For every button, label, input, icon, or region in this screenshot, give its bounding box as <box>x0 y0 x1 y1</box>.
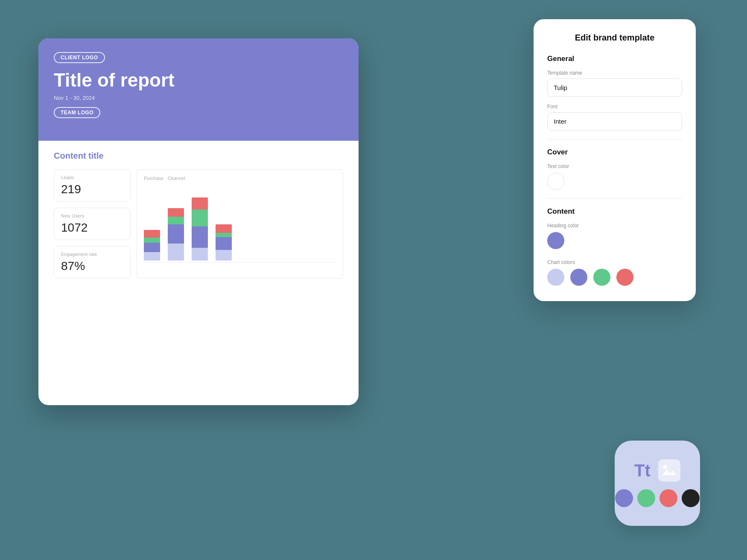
divider-2 <box>547 198 682 199</box>
metric-card-engagement: Engagament rate 87% <box>54 246 131 279</box>
brand-dot-red <box>659 489 677 507</box>
cover-text-color-label: Text color <box>547 163 682 169</box>
chart-color-1[interactable] <box>547 269 564 286</box>
report-date: Nov 1 - 30, 2024 <box>54 95 343 101</box>
bar-group-4 <box>216 224 232 261</box>
metric-card-leads: Leads 219 <box>54 169 131 202</box>
report-title: Title of report <box>54 70 343 90</box>
brand-tt-label: Tt <box>634 461 651 480</box>
cover-text-color-swatch[interactable] <box>547 173 564 190</box>
brand-dot-dark <box>682 489 700 507</box>
brand-dot-green <box>637 489 655 507</box>
chart-color-2[interactable] <box>570 269 587 286</box>
bar-chart <box>144 186 336 263</box>
heading-color-row <box>547 232 682 249</box>
template-name-field-group: Template name <box>547 70 682 97</box>
svg-point-1 <box>663 465 667 469</box>
metric-value-leads: 219 <box>61 183 123 196</box>
bar-group-1 <box>144 230 160 261</box>
metric-label-new-users: New Users <box>61 213 123 218</box>
brand-dot-purple <box>615 489 633 507</box>
brand-icon-widget: Tt <box>615 441 700 526</box>
chart-colors-row <box>547 269 682 286</box>
content-title: Content title <box>54 151 343 161</box>
chart-colors-label: Chart colors <box>547 259 682 265</box>
brand-icon-bottom <box>615 489 700 507</box>
metrics-column: Leads 219 New Users 1072 Engagament rate… <box>54 169 131 279</box>
brand-image-icon <box>658 459 680 482</box>
heading-color-swatch[interactable] <box>547 232 564 249</box>
svg-rect-0 <box>658 459 680 482</box>
chart-wrapper <box>144 186 336 263</box>
template-name-input[interactable] <box>547 78 682 97</box>
font-input[interactable] <box>547 112 682 131</box>
chart-color-3[interactable] <box>593 269 610 286</box>
font-field-group: Font <box>547 104 682 131</box>
client-logo-label: CLIENT LOGO <box>61 55 98 61</box>
team-logo-label: TEAM LOGO <box>61 110 93 116</box>
general-heading: General <box>547 55 682 63</box>
metric-label-leads: Leads <box>61 175 123 180</box>
edit-brand-panel: Edit brand template General Template nam… <box>534 19 696 301</box>
brand-icon-top: Tt <box>634 459 680 482</box>
metric-value-engagement: 87% <box>61 259 123 273</box>
bar-group-2 <box>168 208 184 261</box>
chart-card: Purchase · Channel <box>137 169 343 279</box>
template-name-label: Template name <box>547 70 682 76</box>
content-heading: Content <box>547 207 682 216</box>
chart-color-4[interactable] <box>616 269 633 286</box>
heading-color-label: Heading color <box>547 223 682 229</box>
report-content: Content title Leads 219 New Users 1072 E… <box>38 141 359 289</box>
report-cover: CLIENT LOGO Title of report Nov 1 - 30, … <box>38 38 359 141</box>
client-logo-badge: CLIENT LOGO <box>54 52 105 63</box>
team-logo-badge: TEAM LOGO <box>54 107 100 118</box>
general-section: General Template name Font <box>547 55 682 131</box>
bar-group-3 <box>192 197 208 261</box>
content-grid: Leads 219 New Users 1072 Engagament rate… <box>54 169 343 279</box>
metric-card-new-users: New Users 1072 <box>54 208 131 240</box>
cover-color-row <box>547 173 682 190</box>
cover-section: Cover Text color <box>547 148 682 190</box>
report-preview-card: CLIENT LOGO Title of report Nov 1 - 30, … <box>38 38 359 405</box>
cover-heading: Cover <box>547 148 682 157</box>
panel-title: Edit brand template <box>547 33 682 43</box>
metric-value-new-users: 1072 <box>61 221 123 235</box>
metric-label-engagement: Engagament rate <box>61 252 123 257</box>
divider-1 <box>547 139 682 139</box>
font-label: Font <box>547 104 682 110</box>
chart-title: Purchase · Channel <box>144 176 336 181</box>
content-section: Content Heading color Chart colors <box>547 207 682 286</box>
